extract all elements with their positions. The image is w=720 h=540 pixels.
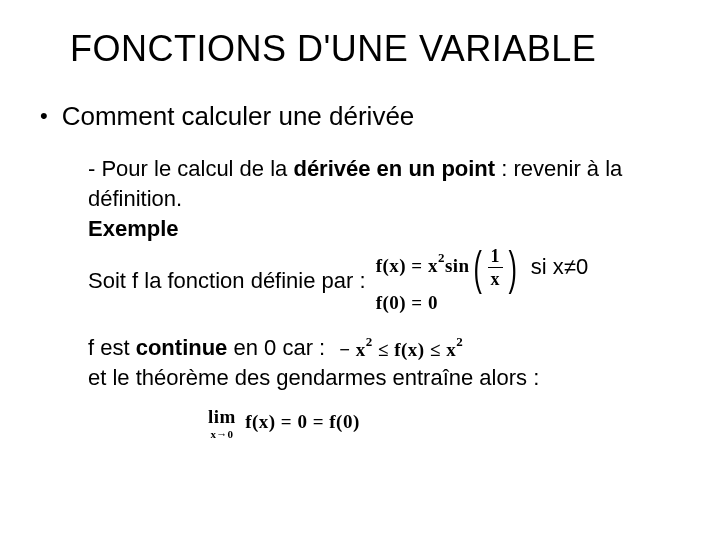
- limit-rhs: f(x) = 0 = f(0): [245, 411, 360, 432]
- numerator: 1: [488, 246, 504, 266]
- right-paren-icon: ): [509, 248, 518, 288]
- exponent: 2: [456, 334, 463, 349]
- math-text: −: [339, 340, 350, 361]
- denominator: x: [488, 269, 504, 289]
- math-text: f(x): [376, 255, 406, 276]
- math-text: ≤: [378, 340, 389, 361]
- eq-line-1: f(x) = x2sin(1x): [376, 246, 521, 289]
- lim-subscript: x→0: [210, 428, 233, 440]
- soit-row: Soit f la fonction définie par : f(x) = …: [88, 246, 670, 315]
- left-paren-icon: (: [473, 248, 482, 288]
- condition-text: si x≠0: [531, 252, 588, 282]
- lim-word: lim: [208, 407, 236, 427]
- continue-row: f est continue en 0 car : − x2 ≤ f(x) ≤ …: [88, 333, 670, 363]
- fraction-bar-icon: [488, 267, 504, 268]
- limit-equation: lim x→0 f(x) = 0 = f(0): [208, 407, 670, 440]
- bold-text: Exemple: [88, 216, 179, 241]
- bullet-dot-icon: •: [40, 102, 48, 130]
- limit-operator: lim x→0: [208, 407, 236, 440]
- text: - Pour le calcul de la: [88, 156, 293, 181]
- math-text: f(x): [394, 340, 424, 361]
- gendarmes-line: et le théorème des gendarmes entraîne al…: [88, 363, 670, 393]
- math-text: x: [446, 340, 456, 361]
- bullet-text: Comment calculer une dérivée: [62, 100, 415, 132]
- page-title: FONCTIONS D'UNE VARIABLE: [70, 28, 670, 70]
- bold-text: continue: [136, 335, 228, 360]
- math-text: ≤: [430, 340, 441, 361]
- eq-line-2: f(0) = 0: [376, 291, 438, 315]
- text: en 0 car :: [227, 335, 325, 360]
- text: f est: [88, 335, 136, 360]
- inequality: − x2 ≤ f(x) ≤ x2: [339, 333, 463, 362]
- body-content: - Pour le calcul de la dérivée en un poi…: [88, 154, 670, 440]
- equation-definition: f(x) = x2sin(1x) f(0) = 0: [376, 246, 521, 315]
- soit-text: Soit f la fonction définie par :: [88, 266, 366, 296]
- math-text: =: [411, 255, 422, 276]
- exponent: 2: [438, 250, 445, 265]
- math-text: sin: [445, 255, 470, 276]
- bold-text: dérivée en un point: [293, 156, 495, 181]
- fraction: 1x: [488, 246, 504, 289]
- bullet-item: • Comment calculer une dérivée: [40, 100, 670, 132]
- example-label: Exemple: [88, 214, 670, 244]
- math-text: x: [356, 340, 366, 361]
- paren-group: (1x): [470, 246, 521, 289]
- continue-text: f est continue en 0 car :: [88, 333, 325, 363]
- definition-line: - Pour le calcul de la dérivée en un poi…: [88, 154, 670, 214]
- math-text: x: [428, 255, 438, 276]
- slide: FONCTIONS D'UNE VARIABLE • Comment calcu…: [0, 0, 720, 540]
- exponent: 2: [366, 334, 373, 349]
